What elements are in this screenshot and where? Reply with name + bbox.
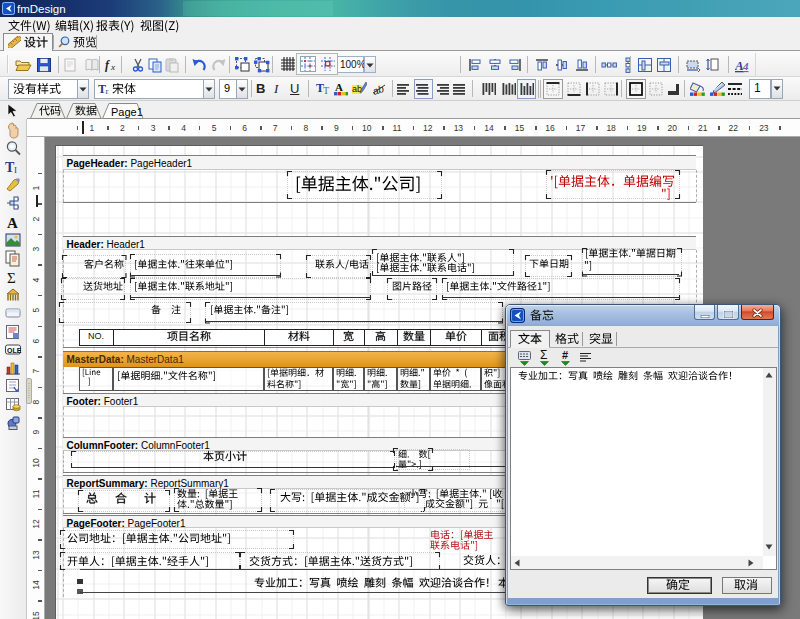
- svg-text:I: I: [14, 165, 17, 175]
- svg-text:4: 4: [742, 60, 749, 72]
- svg-text:A: A: [7, 215, 18, 231]
- svg-text:A: A: [335, 81, 343, 93]
- svg-text:x: x: [110, 62, 115, 72]
- svg-text:T: T: [323, 85, 329, 96]
- svg-text:r: r: [106, 86, 109, 95]
- svg-text:f: f: [105, 58, 110, 72]
- svg-text:Σ: Σ: [7, 270, 16, 286]
- svg-text:OLE: OLE: [7, 347, 22, 354]
